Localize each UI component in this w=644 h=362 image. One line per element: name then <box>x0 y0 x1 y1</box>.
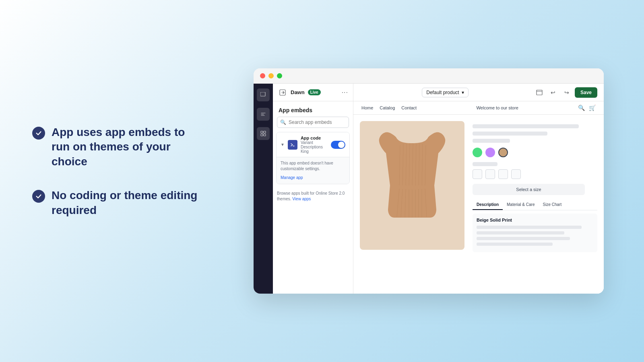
app-code-item: ▼ App code Variant Descriptions King Thi… <box>276 132 350 184</box>
check-icon-2 <box>32 190 45 203</box>
preview-toggle-icon[interactable] <box>534 87 545 98</box>
view-apps-link[interactable]: View apps <box>292 197 311 201</box>
feature-text-1: App uses app embeds to run on themes of … <box>52 125 201 169</box>
size-swatch-3[interactable] <box>498 169 508 179</box>
tab-description[interactable]: Description <box>473 200 503 210</box>
svg-rect-4 <box>264 134 266 136</box>
product-tabs: Description Material & Care Size Chart <box>473 200 597 210</box>
toolbar-actions: ↩ ↪ Save <box>534 87 597 98</box>
app-item-name: App code <box>301 136 328 140</box>
feature-item-2: No coding or theme editing required <box>32 188 201 218</box>
product-description-area: Beige Solid Print <box>473 214 597 252</box>
store-preview: Home Catalog Contact Welcome to our stor… <box>353 101 604 294</box>
search-box: 🔍 <box>277 117 349 128</box>
app-item-details: This app embed doesn't have customizable… <box>277 157 349 184</box>
undo-icon[interactable]: ↩ <box>547 87 559 98</box>
sidebar-icon-sections[interactable] <box>257 127 270 140</box>
product-image <box>360 121 464 250</box>
tab-size-chart[interactable]: Size Chart <box>539 200 566 210</box>
feature-item-1: App uses app embeds to run on themes of … <box>32 125 201 169</box>
traffic-light-red[interactable] <box>260 73 265 78</box>
swatch-green[interactable] <box>473 148 482 157</box>
store-body: Select a size Description Material & Car… <box>353 115 604 294</box>
color-swatches <box>473 148 597 157</box>
top-bar: Dawn Live ··· <box>273 84 353 101</box>
back-button[interactable] <box>278 88 287 97</box>
app-content: Dawn Live ··· App embeds 🔍 ▼ <box>254 84 604 294</box>
theme-name: Dawn <box>291 89 305 95</box>
search-store-icon[interactable]: 🔍 <box>578 105 585 111</box>
title-skeleton-1 <box>473 124 579 128</box>
size-swatch-4[interactable] <box>511 169 521 179</box>
svg-rect-3 <box>261 134 263 136</box>
svg-rect-0 <box>260 92 265 96</box>
check-icon-1 <box>32 127 45 140</box>
sidebar-icon-theme[interactable] <box>257 108 270 121</box>
collapse-arrow[interactable]: ▼ <box>281 142 285 147</box>
svg-rect-1 <box>261 131 263 133</box>
store-header-icons: 🔍 🛒 <box>578 105 596 111</box>
browser-chrome <box>254 68 604 84</box>
swatch-tan[interactable] <box>498 148 508 157</box>
size-label-skeleton <box>473 162 497 166</box>
manage-app-link[interactable]: Manage app <box>281 175 303 180</box>
embeds-panel: Dawn Live ··· App embeds 🔍 ▼ <box>273 84 353 294</box>
app-icon <box>288 140 297 150</box>
size-swatch-1[interactable] <box>473 169 482 179</box>
sidebar-icon-back[interactable] <box>257 88 270 101</box>
title-skeleton-2 <box>473 132 547 136</box>
nav-catalog[interactable]: Catalog <box>380 105 395 110</box>
product-selector[interactable]: Default product ▾ <box>422 88 468 97</box>
app-item-description: This app embed doesn't have customizable… <box>281 160 345 172</box>
dots-menu[interactable]: ··· <box>342 89 348 96</box>
store-header: Home Catalog Contact Welcome to our stor… <box>353 101 604 115</box>
save-button[interactable]: Save <box>575 87 597 98</box>
preview-toolbar: Default product ▾ ↩ ↪ Save <box>353 84 604 101</box>
cart-icon[interactable]: 🛒 <box>589 105 596 111</box>
store-nav: Home Catalog Contact <box>361 105 417 110</box>
desc-skeleton-1 <box>477 226 582 229</box>
live-badge: Live <box>308 89 321 95</box>
price-skeleton <box>473 139 510 143</box>
desc-skeleton-2 <box>477 231 564 234</box>
traffic-light-green[interactable] <box>277 73 282 78</box>
chevron-down-icon: ▾ <box>462 90 464 95</box>
nav-home[interactable]: Home <box>361 105 373 110</box>
svg-rect-2 <box>264 131 266 133</box>
tab-material[interactable]: Material & Care <box>503 200 539 210</box>
size-select-button[interactable]: Select a size <box>473 184 585 195</box>
embeds-panel-title: App embeds <box>273 101 353 117</box>
browser-window: Dawn Live ··· App embeds 🔍 ▼ <box>254 68 604 294</box>
app-item-info: App code Variant Descriptions King <box>301 136 328 154</box>
desc-skeleton-3 <box>477 237 570 240</box>
swatch-purple[interactable] <box>485 148 495 157</box>
redo-icon[interactable]: ↪ <box>561 87 572 98</box>
browse-text: Browse apps built for Online Store 2.0 t… <box>273 187 353 205</box>
size-swatches <box>473 169 597 179</box>
search-input[interactable] <box>277 117 349 128</box>
features-section: App uses app embeds to run on themes of … <box>32 125 201 237</box>
app-item-subtitle: Variant Descriptions King <box>301 140 328 154</box>
nav-contact[interactable]: Contact <box>401 105 417 110</box>
search-icon: 🔍 <box>280 119 286 125</box>
traffic-light-yellow[interactable] <box>268 73 274 78</box>
product-details: Select a size Description Material & Car… <box>473 121 597 287</box>
svg-rect-6 <box>537 90 542 95</box>
product-desc-title: Beige Solid Print <box>477 218 593 222</box>
shopify-sidebar <box>254 84 273 294</box>
store-welcome-text: Welcome to our store <box>417 105 578 110</box>
app-toggle[interactable] <box>331 141 345 149</box>
size-swatch-2[interactable] <box>485 169 495 179</box>
preview-area: Default product ▾ ↩ ↪ Save <box>353 84 604 294</box>
desc-skeleton-4 <box>477 243 553 246</box>
app-item-header: ▼ App code Variant Descriptions King <box>277 132 349 157</box>
feature-text-2: No coding or theme editing required <box>52 188 201 218</box>
